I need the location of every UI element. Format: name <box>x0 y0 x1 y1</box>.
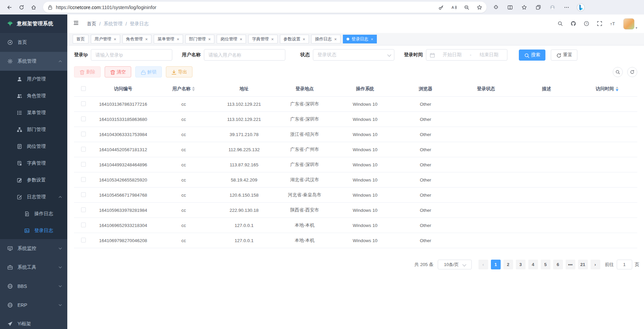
sidebar-item-dept-mgmt[interactable]: 部门管理 <box>0 121 67 138</box>
goto-page-input[interactable] <box>617 260 632 269</box>
sidebar-item-system-monitor[interactable]: 系统监控 <box>0 239 67 258</box>
password-key-icon[interactable] <box>436 3 446 12</box>
sidebar-item-param-settings[interactable]: 参数设置 <box>0 172 67 189</box>
page-button-1[interactable]: 1 <box>491 260 501 269</box>
font-size-icon[interactable]: TT <box>610 21 616 27</box>
row-checkbox[interactable] <box>81 177 86 182</box>
zoom-out-icon[interactable] <box>462 3 472 12</box>
tab-用户管理[interactable]: 用户管理× <box>91 35 120 43</box>
breadcrumb-item[interactable]: 系统管理 <box>104 21 122 27</box>
sidebar-item-operation-log[interactable]: 操作日志 <box>0 205 67 222</box>
breadcrumb-item[interactable]: 首页 <box>87 21 96 27</box>
select-all-checkbox[interactable] <box>81 86 86 91</box>
address-bar[interactable]: https://ccnetcore.com:1101/system/log/lo… <box>43 2 487 13</box>
sort-carets[interactable] <box>616 87 618 91</box>
row-checkbox[interactable] <box>81 192 86 197</box>
favorite-star-icon[interactable] <box>474 3 485 12</box>
column-header-用户名称[interactable]: 用户名称 <box>153 81 214 97</box>
sidebar-item-dict-mgmt[interactable]: 字典管理 <box>0 155 67 172</box>
sidebar-item-user-mgmt[interactable]: 用户管理 <box>0 71 67 88</box>
tab-close-icon[interactable]: × <box>240 37 242 42</box>
sidebar-item-erp[interactable]: ERP <box>0 296 67 315</box>
sidebar-item-log-mgmt[interactable]: 日志管理 <box>0 189 67 205</box>
row-checkbox[interactable] <box>81 223 86 227</box>
refresh-table-icon[interactable] <box>627 67 637 77</box>
tab-close-icon[interactable]: × <box>114 37 116 42</box>
row-checkbox[interactable] <box>81 132 86 136</box>
toggle-search-icon[interactable] <box>613 67 623 77</box>
prev-page-button[interactable]: ‹ <box>478 260 488 269</box>
url-text[interactable]: https://ccnetcore.com:1101/system/log/lo… <box>56 5 436 10</box>
row-checkbox[interactable] <box>81 207 86 212</box>
ip-filter-input[interactable] <box>91 49 172 61</box>
status-filter-select[interactable]: 登录状态 <box>313 49 394 61</box>
read-aloud-icon[interactable]: A <box>449 3 459 12</box>
extensions-icon[interactable] <box>490 2 502 13</box>
sort-carets[interactable] <box>192 87 195 91</box>
page-button-3[interactable]: 3 <box>516 260 526 269</box>
bing-copilot-icon[interactable] <box>575 1 587 13</box>
row-checkbox[interactable] <box>81 101 86 106</box>
reset-button[interactable]: 重置 <box>551 50 577 61</box>
row-checkbox[interactable] <box>81 238 86 242</box>
sidebar-item-menu-mgmt[interactable]: 菜单管理 <box>0 104 67 121</box>
page-button-2[interactable]: 2 <box>503 260 513 269</box>
sidebar-item-yi-framework[interactable]: Yi框架 <box>0 315 67 329</box>
browser-home-icon[interactable] <box>28 2 40 13</box>
tab-岗位管理[interactable]: 岗位管理× <box>217 35 246 43</box>
date-range-picker[interactable]: 开始日期 - 结束日期 <box>426 49 507 61</box>
browser-more-icon[interactable] <box>561 2 573 13</box>
github-icon[interactable] <box>571 21 577 27</box>
delete-button[interactable]: 删除 <box>74 66 101 77</box>
unlock-button[interactable]: 解锁 <box>135 66 162 77</box>
sidebar-item-bbs[interactable]: BBS <box>0 277 67 296</box>
page-button-4[interactable]: 4 <box>528 260 538 269</box>
tab-操作日志[interactable]: 操作日志× <box>311 35 341 43</box>
row-checkbox[interactable] <box>81 147 86 152</box>
sidebar-item-home[interactable]: 首页 <box>0 33 67 52</box>
split-screen-icon[interactable] <box>504 2 516 13</box>
tab-close-icon[interactable]: × <box>271 37 274 42</box>
sidebar-item-system-mgmt[interactable]: 系统管理 <box>0 52 67 71</box>
tab-close-icon[interactable]: × <box>303 37 306 42</box>
sidebar-item-role-mgmt[interactable]: 角色管理 <box>0 88 67 104</box>
help-icon[interactable]: ? <box>584 21 590 27</box>
collapse-sidebar-icon[interactable] <box>73 20 81 28</box>
browser-back-icon[interactable] <box>3 2 15 13</box>
tab-close-icon[interactable]: × <box>371 37 373 42</box>
row-checkbox[interactable] <box>81 117 86 121</box>
tab-close-icon[interactable]: × <box>177 37 179 42</box>
tab-角色管理[interactable]: 角色管理× <box>122 35 152 43</box>
more-pages-button[interactable]: ••• <box>566 260 575 269</box>
date-start-placeholder[interactable]: 开始日期 <box>437 52 467 58</box>
row-checkbox[interactable] <box>81 162 86 167</box>
sidebar-item-system-tools[interactable]: 系统工具 <box>0 258 67 277</box>
username-filter-input[interactable] <box>204 49 285 61</box>
fullscreen-icon[interactable] <box>597 21 603 27</box>
sidebar-item-login-log[interactable]: 登录日志 <box>0 222 67 239</box>
page-button-6[interactable]: 6 <box>553 260 563 269</box>
avatar[interactable] <box>623 18 635 30</box>
browser-refresh-icon[interactable] <box>15 2 28 13</box>
tab-字典管理[interactable]: 字典管理× <box>248 35 278 43</box>
tab-部门管理[interactable]: 部门管理× <box>185 35 215 43</box>
header-search-icon[interactable] <box>558 21 564 27</box>
sidebar-item-post-mgmt[interactable]: 岗位管理 <box>0 138 67 155</box>
next-page-button[interactable]: › <box>591 260 600 269</box>
tab-参数设置[interactable]: 参数设置× <box>280 35 309 43</box>
tab-首页[interactable]: 首页 <box>73 35 88 43</box>
search-button[interactable]: 搜索 <box>519 50 545 61</box>
tab-close-icon[interactable]: × <box>208 37 211 42</box>
favorites-bar-icon[interactable] <box>518 2 530 13</box>
user-avatar[interactable]: ▾ <box>623 18 637 30</box>
column-header-访问时间[interactable]: 访问时间 <box>577 81 637 97</box>
browser-profile-avatar[interactable] <box>546 2 559 13</box>
tab-close-icon[interactable]: × <box>334 37 337 42</box>
export-button[interactable]: 导出 <box>166 66 192 77</box>
page-size-select[interactable]: 10条/页 <box>438 260 472 269</box>
tab-登录日志[interactable]: 登录日志× <box>343 35 377 43</box>
clear-button[interactable]: 清空 <box>105 66 131 77</box>
date-end-placeholder[interactable]: 结束日期 <box>474 52 504 58</box>
tab-close-icon[interactable]: × <box>145 37 148 42</box>
collections-icon[interactable] <box>532 2 544 13</box>
